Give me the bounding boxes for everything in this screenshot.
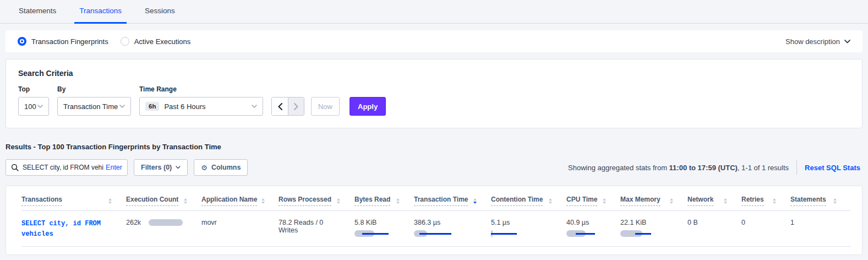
tab-sessions[interactable]: Sessions bbox=[140, 0, 180, 24]
statements-value: 1 bbox=[790, 219, 851, 226]
sort-icon bbox=[396, 198, 400, 204]
sort-icon bbox=[261, 198, 265, 204]
reset-sql-stats-link[interactable]: Reset SQL Stats bbox=[805, 164, 860, 172]
transactions-page: Statements Transactions Sessions Transac… bbox=[0, 0, 868, 260]
application-name-value: movr bbox=[201, 219, 279, 226]
chevron-down-icon bbox=[844, 40, 850, 44]
divider bbox=[796, 160, 797, 175]
columns-label: Columns bbox=[211, 164, 241, 171]
max-memory-value: 22.1 KiB bbox=[620, 219, 673, 226]
filters-label: Filters (0) bbox=[141, 164, 172, 171]
sort-icon bbox=[773, 198, 776, 204]
column-header-retries[interactable]: Retries bbox=[741, 196, 790, 206]
column-header-bytes-read[interactable]: Bytes Read bbox=[354, 196, 414, 206]
column-header-contention-time[interactable]: Contention Time bbox=[491, 196, 566, 206]
time-range-select[interactable]: 6h Past 6 Hours bbox=[139, 97, 263, 116]
sort-icon bbox=[108, 198, 112, 204]
bytes-read-value: 5.8 KiB bbox=[354, 219, 400, 226]
results-heading: Results - Top 100 Transaction Fingerprin… bbox=[6, 143, 862, 151]
retries-value: 0 bbox=[741, 219, 790, 226]
radio-selected-icon bbox=[18, 37, 26, 46]
network-value: 0 B bbox=[687, 219, 741, 226]
by-label: By bbox=[57, 85, 131, 93]
rows-processed-value: 78.2 Reads / 0 Writes bbox=[279, 219, 354, 234]
sort-icon bbox=[724, 198, 727, 204]
now-button[interactable]: Now bbox=[311, 97, 340, 116]
filters-button[interactable]: Filters (0) bbox=[134, 159, 188, 176]
sort-icon bbox=[184, 198, 187, 204]
sort-icon bbox=[549, 198, 552, 204]
sort-icon bbox=[603, 198, 606, 204]
chevron-left-icon bbox=[278, 103, 282, 110]
time-range-label: Time Range bbox=[139, 85, 263, 93]
column-header-max-memory[interactable]: Max Memory bbox=[620, 196, 687, 206]
column-header-cpu-time[interactable]: CPU Time bbox=[566, 196, 620, 206]
top-select-value: 100 bbox=[24, 102, 36, 111]
transactions-table: Transactions Execution Count Application… bbox=[6, 186, 862, 255]
column-header-application-name[interactable]: Application Name bbox=[201, 196, 279, 206]
apply-button[interactable]: Apply bbox=[350, 97, 386, 116]
aggregated-stats-text: Showing aggregated stats from 11:00 to 1… bbox=[568, 164, 789, 172]
gear-icon: ⚙ bbox=[201, 164, 208, 171]
sort-icon bbox=[833, 198, 837, 204]
search-enter-button[interactable]: Enter bbox=[106, 164, 122, 171]
execution-count-value: 262k bbox=[126, 219, 141, 226]
radio-transaction-fingerprints[interactable]: Transaction Fingerprints bbox=[18, 37, 108, 46]
top-tab-bar: Statements Transactions Sessions bbox=[0, 0, 868, 24]
chevron-down-icon bbox=[119, 105, 125, 108]
chevron-down-icon bbox=[37, 105, 43, 108]
time-range-value: Past 6 Hours bbox=[164, 102, 205, 111]
time-window-pager bbox=[271, 97, 304, 116]
radio-label: Transaction Fingerprints bbox=[31, 37, 108, 46]
column-header-statements[interactable]: Statements bbox=[790, 196, 851, 206]
sort-icon bbox=[337, 198, 340, 204]
radio-unselected-icon bbox=[121, 37, 129, 46]
execution-count-bar bbox=[149, 219, 183, 226]
top-label: Top bbox=[18, 85, 49, 93]
search-icon bbox=[11, 164, 19, 171]
top-select[interactable]: 100 bbox=[18, 97, 49, 116]
cpu-time-value: 40.9 µs bbox=[566, 219, 606, 226]
view-toggle-strip: Transaction Fingerprints Active Executio… bbox=[6, 30, 862, 52]
show-description-toggle[interactable]: Show description bbox=[785, 37, 850, 46]
search-criteria-title: Search Criteria bbox=[18, 69, 850, 78]
by-select[interactable]: Transaction Time bbox=[57, 97, 131, 116]
chevron-right-icon bbox=[294, 103, 298, 110]
previous-window-button[interactable] bbox=[272, 98, 288, 115]
show-description-label: Show description bbox=[785, 37, 840, 46]
table-row: SELECT city, id FROM vehicles 262k movr … bbox=[21, 211, 851, 247]
sql-search-box[interactable]: Enter bbox=[6, 159, 128, 176]
search-criteria-card: Search Criteria Top 100 By Transaction T… bbox=[6, 59, 862, 128]
column-header-transactions[interactable]: Transactions bbox=[21, 196, 126, 206]
sort-icon bbox=[473, 198, 477, 204]
chevron-down-icon bbox=[176, 166, 181, 169]
column-header-rows-processed[interactable]: Rows Processed bbox=[279, 196, 354, 206]
contention-time-value: 5.1 µs bbox=[491, 219, 552, 226]
search-input[interactable] bbox=[23, 164, 103, 171]
chevron-down-icon bbox=[252, 105, 257, 108]
tab-statements[interactable]: Statements bbox=[14, 0, 61, 24]
column-header-execution-count[interactable]: Execution Count bbox=[126, 196, 201, 206]
transaction-fingerprint-link[interactable]: SELECT city, id FROM vehicles bbox=[21, 219, 105, 239]
by-select-value: Transaction Time bbox=[63, 102, 118, 111]
table-header-row: Transactions Execution Count Application… bbox=[21, 186, 851, 211]
radio-active-executions[interactable]: Active Executions bbox=[121, 37, 191, 46]
next-window-button[interactable] bbox=[288, 98, 304, 115]
column-header-network[interactable]: Network bbox=[687, 196, 741, 206]
time-range-badge: 6h bbox=[145, 102, 159, 111]
transaction-time-value: 386.3 µs bbox=[414, 219, 477, 226]
tab-transactions[interactable]: Transactions bbox=[74, 0, 127, 24]
results-toolbar: Enter Filters (0) ⚙ Columns Showing aggr… bbox=[6, 159, 862, 176]
columns-button[interactable]: ⚙ Columns bbox=[194, 159, 248, 176]
radio-label: Active Executions bbox=[134, 37, 191, 46]
sort-icon bbox=[670, 198, 673, 204]
column-header-transaction-time[interactable]: Transaction Time bbox=[414, 196, 491, 206]
